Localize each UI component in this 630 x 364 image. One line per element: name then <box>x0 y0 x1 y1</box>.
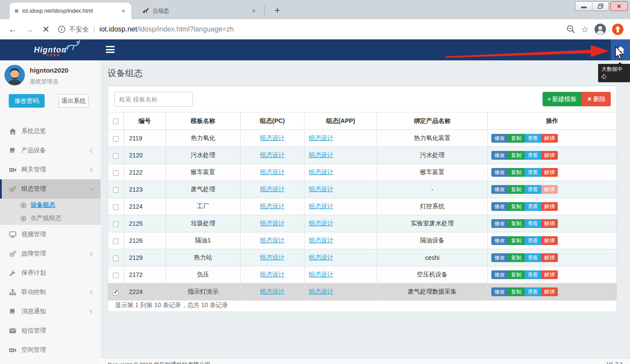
unbind-button[interactable]: 解绑 <box>541 185 558 194</box>
view-button[interactable]: 查看 <box>525 151 541 160</box>
unbind-button[interactable]: 解绑 <box>541 202 558 211</box>
pc-design-link[interactable]: 组态设计 <box>260 254 285 261</box>
app-design-link[interactable]: 组态设计 <box>309 271 333 278</box>
app-design-link[interactable]: 组态设计 <box>309 151 333 158</box>
app-design-link[interactable]: 组态设计 <box>309 168 333 175</box>
app-design-link[interactable]: 组态设计 <box>309 237 333 244</box>
unbind-button[interactable]: 解绑 <box>541 253 558 262</box>
sidebar-item-2[interactable]: 网关管理 <box>0 160 101 179</box>
bigdata-home-button[interactable] <box>611 39 630 60</box>
sidebar-toggle-button[interactable] <box>106 46 115 53</box>
view-button[interactable]: 查看 <box>525 236 541 245</box>
sidebar-item-0[interactable]: 系统总览 <box>0 122 101 141</box>
delete-button[interactable]: ✕删除 <box>582 92 611 106</box>
unbind-button[interactable]: 解绑 <box>541 134 558 143</box>
sidebar-item-1[interactable]: 产品设备 <box>0 141 101 160</box>
app-design-link[interactable]: 组态设计 <box>309 254 333 261</box>
row-checkbox[interactable] <box>113 290 119 295</box>
row-checkbox[interactable] <box>113 153 119 159</box>
pc-design-link[interactable]: 组态设计 <box>260 151 285 158</box>
row-checkbox[interactable] <box>113 187 119 193</box>
pc-design-link[interactable]: 组态设计 <box>260 168 285 175</box>
bookmark-star-icon[interactable]: ☆ <box>581 24 589 35</box>
submenu-item-0[interactable]: 设备组态 <box>0 199 101 212</box>
pc-design-link[interactable]: 组态设计 <box>260 134 285 141</box>
browser-tab-active[interactable]: iot.idosp.net/idosp/index.html × <box>10 3 131 19</box>
edit-button[interactable]: 修改 <box>491 168 508 177</box>
back-button[interactable]: ← <box>4 24 21 35</box>
sidebar-item-5[interactable]: 故障管理 <box>0 244 101 263</box>
row-checkbox[interactable] <box>113 238 119 244</box>
restore-button[interactable] <box>592 2 609 10</box>
copy-button[interactable]: 复制 <box>508 253 525 262</box>
edit-button[interactable]: 修改 <box>491 219 508 228</box>
address-bar[interactable]: 不安全 | iot.idosp.net /idosp/index.html?la… <box>58 25 566 34</box>
row-checkbox[interactable] <box>113 256 119 261</box>
app-design-link[interactable]: 组态设计 <box>309 203 333 210</box>
row-checkbox[interactable] <box>113 170 119 176</box>
row-checkbox[interactable] <box>113 136 119 142</box>
view-button[interactable]: 查看 <box>525 202 541 211</box>
logout-button[interactable]: 退出系统 <box>59 94 88 108</box>
sidebar-item-3[interactable]: 组态管理 <box>0 179 101 199</box>
pc-design-link[interactable]: 组态设计 <box>260 271 285 278</box>
pc-design-link[interactable]: 组态设计 <box>260 203 285 210</box>
sidebar-item-8[interactable]: 消息通知 <box>0 302 101 321</box>
row-checkbox[interactable] <box>113 221 119 227</box>
edit-button[interactable]: 修改 <box>491 270 508 279</box>
row-checkbox[interactable] <box>113 273 119 278</box>
unbind-button[interactable]: 解绑 <box>541 168 558 177</box>
unbind-button[interactable]: 解绑 <box>541 219 558 228</box>
edit-button[interactable]: 修改 <box>491 185 508 194</box>
browser-profile-icon[interactable] <box>594 23 606 35</box>
browser-tab-inactive[interactable]: 云组态 × <box>136 3 262 19</box>
copy-button[interactable]: 复制 <box>508 236 525 245</box>
copy-button[interactable]: 复制 <box>508 151 525 160</box>
pc-design-link[interactable]: 组态设计 <box>260 220 285 227</box>
new-template-button[interactable]: +新建模板 <box>542 92 582 106</box>
app-design-link[interactable]: 组态设计 <box>309 220 333 227</box>
pc-design-link[interactable]: 组态设计 <box>260 237 285 244</box>
view-button[interactable]: 查看 <box>525 168 541 177</box>
stop-reload-button[interactable]: ✕ <box>38 24 54 35</box>
change-password-button[interactable]: 修改密码 <box>9 94 45 108</box>
edit-button[interactable]: 修改 <box>491 202 508 211</box>
view-button[interactable]: 查看 <box>525 185 541 194</box>
pc-design-link[interactable]: 组态设计 <box>260 186 285 192</box>
edit-button[interactable]: 修改 <box>491 253 508 262</box>
search-input[interactable] <box>114 92 193 107</box>
edit-button[interactable]: 修改 <box>491 236 508 245</box>
zoom-out-icon[interactable] <box>566 24 576 34</box>
view-button[interactable]: 查看 <box>525 134 541 143</box>
minimize-button[interactable] <box>575 2 592 10</box>
sidebar-item-7[interactable]: 联动控制 <box>0 283 101 302</box>
copy-button[interactable]: 复制 <box>508 219 525 228</box>
copy-button[interactable]: 复制 <box>508 270 525 279</box>
edit-button[interactable]: 修改 <box>491 134 508 143</box>
copy-button[interactable]: 复制 <box>508 168 525 177</box>
extension-icon[interactable] <box>612 23 624 35</box>
close-window-button[interactable]: ✕ <box>610 1 628 11</box>
unbind-button[interactable]: 解绑 <box>541 270 558 279</box>
copy-button[interactable]: 复制 <box>508 134 525 143</box>
view-button[interactable]: 查看 <box>525 253 541 262</box>
select-all-checkbox[interactable] <box>113 119 119 124</box>
view-button[interactable]: 查看 <box>525 270 541 279</box>
view-button[interactable]: 查看 <box>525 219 541 228</box>
sidebar-item-6[interactable]: 保养计划 <box>0 263 101 283</box>
edit-button[interactable]: 修改 <box>491 151 508 160</box>
sidebar-item-9[interactable]: 短信管理 <box>0 321 101 340</box>
app-design-link[interactable]: 组态设计 <box>309 134 333 141</box>
pc-design-link[interactable]: 组态设计 <box>260 288 285 295</box>
view-button[interactable]: 查看 <box>525 287 541 296</box>
app-design-link[interactable]: 组态设计 <box>309 186 333 192</box>
forward-button[interactable]: → <box>21 24 38 35</box>
submenu-item-1[interactable]: 生产线组态 <box>0 212 101 225</box>
new-tab-button[interactable]: + <box>270 4 284 18</box>
copy-button[interactable]: 复制 <box>508 185 525 194</box>
app-design-link[interactable]: 组态设计 <box>309 288 333 295</box>
unbind-button[interactable]: 解绑 <box>541 287 558 296</box>
copy-button[interactable]: 复制 <box>508 202 525 211</box>
copy-button[interactable]: 复制 <box>508 287 525 296</box>
row-checkbox[interactable] <box>113 204 119 210</box>
